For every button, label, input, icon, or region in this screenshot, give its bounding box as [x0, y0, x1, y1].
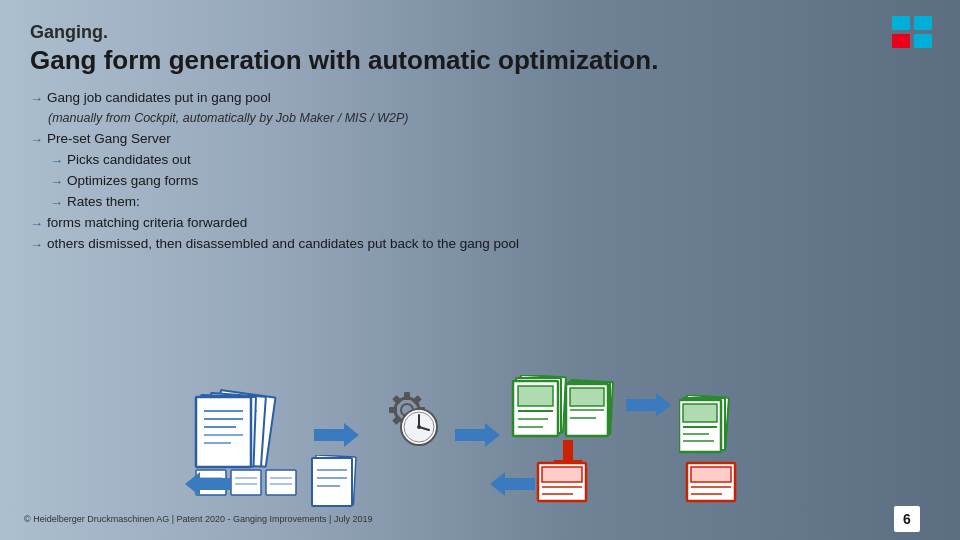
svg-rect-34	[404, 392, 410, 400]
arrow-icon-8: →	[30, 235, 43, 255]
svg-rect-1	[914, 16, 932, 30]
svg-point-46	[417, 425, 421, 429]
svg-marker-91	[490, 472, 535, 496]
svg-rect-40	[392, 395, 402, 405]
logo-icon	[892, 16, 936, 52]
arrow-to-process	[314, 419, 359, 455]
arrow-icon-1: →	[30, 89, 43, 109]
svg-rect-96	[312, 458, 352, 506]
return-arrow-1	[185, 468, 230, 504]
bullet-4: → Picks candidates out	[50, 150, 930, 171]
return-arrow-2	[490, 468, 535, 504]
bullet-2-note: (manually from Cockpit, automatically by…	[30, 109, 930, 128]
bullet-list: → Gang job candidates put in gang pool (…	[30, 88, 930, 255]
diagram-area	[0, 375, 960, 505]
arrow-icon-6: →	[50, 193, 63, 213]
bullet-1: → Gang job candidates put in gang pool	[30, 88, 930, 109]
logo	[892, 16, 936, 52]
arrow-to-output	[626, 389, 671, 425]
svg-rect-2	[892, 34, 910, 48]
svg-rect-87	[691, 467, 731, 482]
svg-rect-71	[542, 467, 582, 482]
svg-rect-36	[389, 407, 397, 413]
svg-marker-47	[455, 423, 500, 447]
svg-marker-90	[185, 472, 230, 496]
arrow-after-process	[455, 419, 500, 455]
bullet-6: → Rates them:	[50, 192, 930, 213]
final-output-stack	[679, 395, 769, 505]
svg-rect-16	[196, 397, 251, 467]
bullet-3: → Pre-set Gang Server	[30, 129, 930, 150]
arrow-icon-4: →	[50, 151, 63, 171]
subtitle: Ganging.	[30, 22, 930, 43]
bullet-8: → others dismissed, then disassembled an…	[30, 234, 930, 255]
svg-marker-31	[314, 423, 359, 447]
arrow-icon-3: →	[30, 130, 43, 150]
svg-rect-82	[683, 404, 717, 422]
footer: © Heidelberger Druckmaschinen AG | Paten…	[24, 506, 920, 532]
svg-rect-38	[412, 395, 422, 405]
bullet-7: → forms matching criteria forwarded	[30, 213, 930, 234]
page-number: 6	[894, 506, 920, 532]
svg-rect-57	[518, 386, 553, 406]
svg-rect-3	[914, 34, 932, 48]
arrow-icon-7: →	[30, 214, 43, 234]
bullet-5: → Optimizes gang forms	[50, 171, 930, 192]
main-title: Gang form generation with automatic opti…	[30, 45, 930, 76]
arrow-icon-5: →	[50, 172, 63, 192]
process-icon	[367, 375, 447, 455]
svg-rect-25	[231, 470, 261, 495]
footer-text: © Heidelberger Druckmaschinen AG | Paten…	[24, 514, 373, 524]
title-section: Ganging. Gang form generation with autom…	[30, 22, 930, 76]
svg-rect-0	[892, 16, 910, 30]
svg-rect-66	[570, 388, 604, 406]
svg-rect-28	[266, 470, 296, 495]
svg-marker-74	[626, 393, 671, 417]
